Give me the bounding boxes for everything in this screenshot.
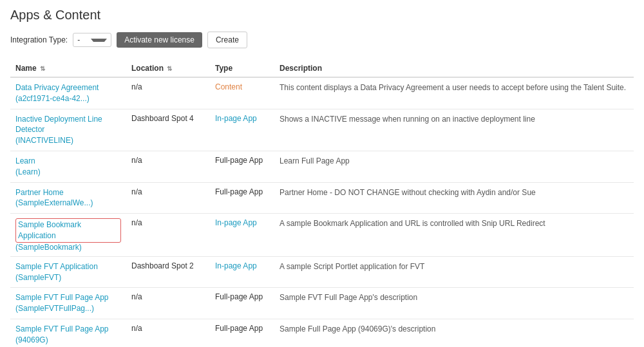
page-title: Apps & Content bbox=[10, 8, 634, 23]
cell-type: Content bbox=[210, 77, 274, 109]
cell-name: Sample FVT Full Page App(SampleFVTFullPa… bbox=[10, 288, 126, 319]
table-body: Data Privacy Agreement(a2cf1971-ce4a-42.… bbox=[10, 77, 634, 347]
cell-location: n/a bbox=[126, 182, 210, 214]
cell-name: Sample FVT Full Page App (94069G)(Sample… bbox=[10, 319, 126, 347]
table-row: Data Privacy Agreement(a2cf1971-ce4a-42.… bbox=[10, 77, 634, 109]
cell-description: Sample FVT Full Page App's description bbox=[274, 288, 634, 319]
sort-icon-name: ⇅ bbox=[40, 65, 45, 72]
cell-location: n/a bbox=[126, 151, 210, 182]
apps-content-page: Apps & Content Integration Type: - Activ… bbox=[0, 0, 644, 347]
col-header-name: Name ⇅ bbox=[10, 60, 126, 77]
col-header-type: Type bbox=[210, 60, 274, 77]
cell-name: Learn(Learn) bbox=[10, 151, 126, 182]
cell-description: Sample Full Page App (94069G)'s descript… bbox=[274, 319, 634, 347]
cell-description: This content displays a Data Privacy Agr… bbox=[274, 77, 634, 109]
cell-type: Full-page App bbox=[210, 319, 274, 347]
app-name-sublink[interactable]: (SampleFVTFullPag...) bbox=[15, 303, 121, 314]
table-row: Learn(Learn)n/aFull-page AppLearn Full P… bbox=[10, 151, 634, 182]
cell-type: Full-page App bbox=[210, 151, 274, 182]
app-name-link[interactable]: Sample FVT Full Page App (94069G) bbox=[15, 324, 121, 346]
cell-location: n/a bbox=[126, 288, 210, 319]
chevron-down-icon bbox=[91, 39, 107, 42]
apps-table: Name ⇅ Location ⇅ Type Description Data … bbox=[10, 60, 634, 347]
table-row: Inactive Deployment Line Detector(INACTI… bbox=[10, 109, 634, 151]
cell-type: In-page App bbox=[210, 214, 274, 257]
cell-name: Sample FVT Application(SampleFVT) bbox=[10, 256, 126, 288]
cell-name: Data Privacy Agreement(a2cf1971-ce4a-42.… bbox=[10, 77, 126, 109]
table-row: Sample Bookmark Application(SampleBookma… bbox=[10, 214, 634, 257]
cell-type: In-page App bbox=[210, 109, 274, 151]
table-row: Sample FVT Full Page App (94069G)(Sample… bbox=[10, 319, 634, 347]
header-row: Name ⇅ Location ⇅ Type Description bbox=[10, 60, 634, 77]
app-name-link[interactable]: Sample FVT Application bbox=[15, 261, 121, 272]
app-name-sublink[interactable]: (Learn) bbox=[15, 167, 121, 178]
cell-description: Learn Full Page App bbox=[274, 151, 634, 182]
app-name-link[interactable]: Sample Bookmark Application bbox=[15, 218, 121, 243]
activate-license-button[interactable]: Activate new license bbox=[117, 32, 202, 48]
integration-type-value: - bbox=[77, 35, 88, 44]
app-name-sublink[interactable]: (INACTIVELINE) bbox=[15, 135, 121, 146]
app-name-link[interactable]: Learn bbox=[15, 156, 121, 167]
app-name-link[interactable]: Inactive Deployment Line Detector bbox=[15, 114, 121, 136]
table-row: Partner Home(SampleExternalWe...)n/aFull… bbox=[10, 182, 634, 214]
create-button[interactable]: Create bbox=[207, 32, 247, 48]
table-row: Sample FVT Application(SampleFVT)Dashboa… bbox=[10, 256, 634, 288]
sort-icon-location: ⇅ bbox=[167, 65, 172, 72]
app-name-sublink[interactable]: (a2cf1971-ce4a-42...) bbox=[15, 93, 121, 104]
cell-name: Inactive Deployment Line Detector(INACTI… bbox=[10, 109, 126, 151]
cell-description: A sample Bookmark Application and URL is… bbox=[274, 214, 634, 257]
cell-name: Sample Bookmark Application(SampleBookma… bbox=[10, 214, 126, 257]
cell-description: Partner Home - DO NOT CHANGE without che… bbox=[274, 182, 634, 214]
cell-description: Shows a INACTIVE message when running on… bbox=[274, 109, 634, 151]
cell-location: Dashboard Spot 4 bbox=[126, 109, 210, 151]
toolbar: Integration Type: - Activate new license… bbox=[10, 32, 634, 48]
app-name-link[interactable]: Sample FVT Full Page App bbox=[15, 292, 121, 303]
cell-location: Dashboard Spot 2 bbox=[126, 256, 210, 288]
app-name-link[interactable]: Data Privacy Agreement bbox=[15, 82, 121, 93]
cell-location: n/a bbox=[126, 214, 210, 257]
cell-location: n/a bbox=[126, 77, 210, 109]
cell-type: In-page App bbox=[210, 256, 274, 288]
table-header: Name ⇅ Location ⇅ Type Description bbox=[10, 60, 634, 77]
cell-type: Full-page App bbox=[210, 182, 274, 214]
app-name-sublink[interactable]: (SampleExternalWe...) bbox=[15, 198, 121, 209]
integration-type-label: Integration Type: bbox=[10, 35, 68, 44]
integration-type-select[interactable]: - bbox=[73, 33, 111, 47]
cell-description: A sample Script Portlet application for … bbox=[274, 256, 634, 288]
cell-type: Full-page App bbox=[210, 288, 274, 319]
table-row: Sample FVT Full Page App(SampleFVTFullPa… bbox=[10, 288, 634, 319]
app-name-link[interactable]: Partner Home bbox=[15, 187, 121, 198]
app-name-sublink[interactable]: (SampleFVT) bbox=[15, 272, 121, 283]
col-header-location: Location ⇅ bbox=[126, 60, 210, 77]
cell-name: Partner Home(SampleExternalWe...) bbox=[10, 182, 126, 214]
col-header-description: Description bbox=[274, 60, 634, 77]
cell-location: n/a bbox=[126, 319, 210, 347]
